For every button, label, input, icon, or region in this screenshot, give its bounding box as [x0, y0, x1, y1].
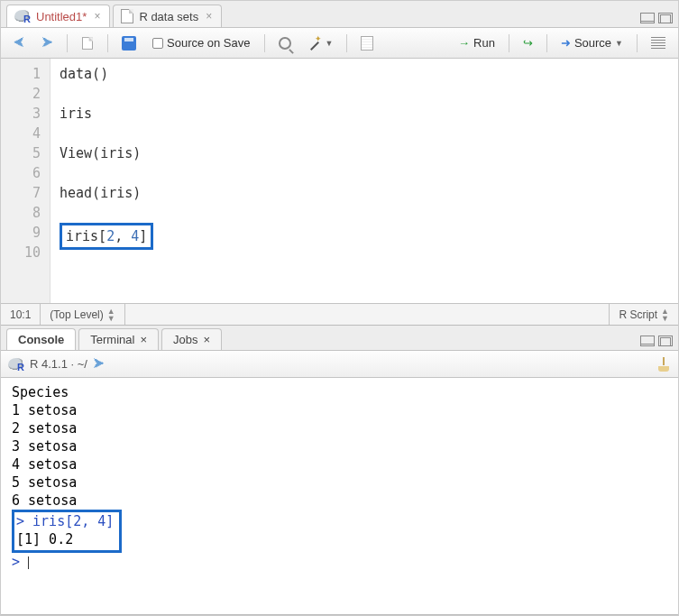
run-label: Run	[473, 36, 495, 50]
pane-window-controls	[640, 336, 673, 350]
caret-down-icon: ▼	[615, 39, 623, 48]
minimize-pane-icon[interactable]	[640, 336, 655, 346]
close-icon[interactable]: ×	[94, 10, 100, 23]
compile-report-button[interactable]	[355, 33, 379, 53]
checkbox-icon	[152, 38, 163, 49]
pane-window-controls	[640, 13, 673, 27]
editor-tabbar: Untitled1* × R data sets ×	[1, 1, 678, 28]
caret-down-icon: ▼	[326, 39, 334, 48]
console-info-bar: R 4.1.1 · ~/ ⮞	[1, 351, 678, 378]
tab-jobs[interactable]: Jobs×	[161, 328, 222, 350]
tab-label: R data sets	[139, 10, 198, 23]
file-type-selector[interactable]: R Script▲▼	[609, 304, 678, 325]
code-tools-button[interactable]: ▼	[302, 33, 339, 53]
separator	[546, 34, 547, 52]
run-arrow-icon: →	[458, 36, 470, 50]
search-icon	[279, 37, 291, 50]
close-icon[interactable]: ×	[203, 333, 210, 346]
code-area[interactable]: data() iris View(iris) head(iris) iris[2…	[50, 59, 678, 303]
editor-toolbar: ⮜ ⮞ Source on Save ▼ →Run ↪ ➜Source▼	[1, 28, 678, 59]
save-button[interactable]	[116, 33, 142, 53]
editor-statusbar: 10:1 (Top Level)▲▼ R Script▲▼	[1, 303, 678, 325]
tab-label: Jobs	[173, 333, 197, 346]
find-button[interactable]	[273, 34, 297, 52]
tab-console[interactable]: Console	[6, 328, 76, 350]
close-icon[interactable]: ×	[206, 10, 212, 23]
forward-button[interactable]: ⮞	[36, 33, 59, 52]
minimize-pane-icon[interactable]	[640, 13, 655, 23]
tab-terminal[interactable]: Terminal×	[78, 328, 159, 350]
source-label: Source	[574, 36, 611, 50]
console-output[interactable]: Species1 setosa2 setosa3 setosa4 setosa5…	[1, 378, 678, 614]
tab-label: Console	[18, 333, 64, 346]
tab-label: Untitled1*	[36, 10, 87, 23]
outline-icon	[651, 37, 665, 50]
separator	[637, 34, 638, 52]
separator	[264, 34, 265, 52]
outline-button[interactable]	[646, 34, 671, 52]
notebook-icon	[361, 36, 373, 51]
r-logo-icon	[8, 358, 24, 371]
rerun-button[interactable]: ↪	[518, 33, 538, 52]
console-pane: Console Terminal× Jobs× R 4.1.1 · ~/ ⮞ S…	[1, 326, 678, 615]
wand-icon	[307, 36, 322, 51]
goto-dir-icon[interactable]: ⮞	[93, 357, 105, 371]
console-tabbar: Console Terminal× Jobs×	[1, 326, 678, 351]
separator	[509, 34, 509, 52]
tab-untitled1[interactable]: Untitled1* ×	[6, 5, 110, 27]
file-icon	[121, 9, 133, 23]
run-button[interactable]: →Run	[453, 33, 500, 52]
r-logo-icon	[14, 10, 31, 23]
editor-body[interactable]: 12345678910 data() iris View(iris) head(…	[1, 59, 678, 303]
close-icon[interactable]: ×	[140, 333, 147, 346]
source-arrow-icon: ➜	[561, 36, 571, 50]
cursor-position: 10:1	[1, 304, 41, 325]
scope-selector[interactable]: (Top Level)▲▼	[41, 304, 124, 325]
back-button[interactable]: ⮜	[8, 33, 31, 52]
maximize-pane-icon[interactable]	[658, 336, 673, 346]
tab-r-data-sets[interactable]: R data sets ×	[113, 5, 222, 27]
line-gutter: 12345678910	[1, 59, 50, 303]
rerun-icon: ↪	[523, 36, 533, 50]
separator	[67, 34, 68, 52]
save-icon	[122, 36, 136, 51]
maximize-pane-icon[interactable]	[658, 13, 673, 23]
source-on-save-toggle[interactable]: Source on Save	[147, 33, 256, 52]
separator	[346, 34, 347, 52]
tab-label: Terminal	[90, 333, 134, 346]
show-in-new-window-button[interactable]	[76, 33, 99, 53]
separator	[107, 34, 108, 52]
source-editor-pane: Untitled1* × R data sets × ⮜ ⮞ Source on…	[1, 1, 678, 326]
source-on-save-label: Source on Save	[167, 36, 251, 50]
clear-console-icon[interactable]	[656, 357, 671, 372]
r-version-label: R 4.1.1 · ~/	[30, 357, 87, 371]
source-button[interactable]: ➜Source▼	[555, 33, 629, 52]
